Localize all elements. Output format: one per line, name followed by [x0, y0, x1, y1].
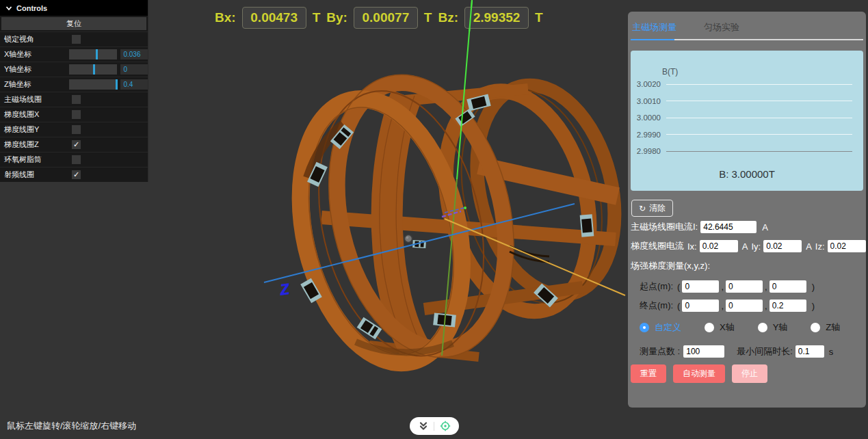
comma: ,: [721, 301, 724, 311]
bz-label: Bz:: [438, 10, 458, 25]
ix-unit: A: [742, 241, 748, 252]
reset-measure-button[interactable]: 重置: [631, 364, 666, 383]
radio-circle: [705, 323, 714, 332]
mouse-hint-text: 鼠标左键旋转/滚轮缩放/右键移动: [7, 420, 136, 432]
bx-label: Bx:: [215, 10, 236, 25]
iz-input[interactable]: [828, 240, 866, 252]
clear-button[interactable]: ↻ 清除: [631, 200, 673, 217]
iz-label: Iz:: [815, 241, 825, 252]
interval-input[interactable]: [795, 345, 824, 358]
main-current-unit: A: [762, 222, 768, 232]
rf-coil-checkbox[interactable]: ✓: [72, 170, 81, 179]
end-x-input[interactable]: [682, 300, 719, 312]
slider-marker: [96, 49, 98, 59]
main-current-row: 主磁场线圈电流I: A: [631, 221, 863, 233]
chevron-down-icon: [5, 5, 12, 12]
by-unit: T: [424, 10, 432, 25]
row-label: 梯度线圈Y: [0, 124, 69, 135]
ix-label: Ix:: [687, 241, 697, 252]
chart-y-axis-label: B(T): [662, 67, 678, 77]
z-coord-slider[interactable]: [69, 79, 117, 90]
row-label: 梯度线圈Z: [0, 139, 69, 150]
row-label: Y轴坐标: [0, 64, 66, 75]
gradient-current-row: 梯度线圈电流 Ix: A Iy: A Iz: A: [631, 240, 863, 252]
control-row-gradient-z: 梯度线圈Z ✓: [0, 137, 148, 152]
by-value-field[interactable]: [354, 7, 418, 29]
axis-radio-group: 自定义 X轴 Y轴 Z轴: [631, 321, 863, 334]
radio-z-axis[interactable]: Z轴: [811, 321, 840, 334]
control-row-gradient-x: 梯度线圈X: [0, 107, 148, 122]
bz-value-field[interactable]: [464, 7, 529, 29]
z-coord-value[interactable]: 0.4: [120, 79, 148, 90]
y-coord-slider[interactable]: [69, 64, 117, 75]
points-input[interactable]: [683, 345, 724, 358]
x-coord-slider[interactable]: [69, 49, 117, 59]
radio-label: Z轴: [826, 321, 840, 334]
gradient-y-checkbox[interactable]: [72, 125, 81, 134]
ix-input[interactable]: [700, 240, 738, 252]
tab-underline: [631, 39, 863, 40]
control-row-y-coord: Y轴坐标 0: [0, 62, 148, 77]
lock-view-checkbox[interactable]: [72, 35, 81, 44]
sampling-row: 测量点数 : 最小间隔时长: s: [631, 345, 863, 358]
coil-model: [273, 56, 684, 439]
paren-open: (: [677, 282, 680, 292]
row-label: 环氧树脂筒: [0, 155, 69, 165]
field-chart: B(T) 3.0020 3.0010 3.0000 2.9990 2.9980 …: [631, 51, 863, 191]
tab-shim-experiment[interactable]: 匀场实验: [704, 21, 739, 34]
iy-unit: A: [806, 241, 812, 252]
radio-y-axis[interactable]: Y轴: [758, 321, 788, 334]
chart-gridline: 3.0000: [631, 113, 863, 122]
start-z-input[interactable]: [770, 280, 806, 293]
gradient-x-checkbox[interactable]: [72, 110, 81, 119]
main-current-input[interactable]: [700, 221, 757, 233]
paren-open: (: [677, 301, 680, 311]
radio-label: X轴: [720, 321, 735, 334]
iy-input[interactable]: [763, 240, 802, 252]
radio-x-axis[interactable]: X轴: [705, 321, 735, 334]
epoxy-checkbox[interactable]: [72, 155, 81, 164]
radio-circle: [758, 323, 767, 332]
y-coord-value[interactable]: 0: [120, 64, 148, 75]
paren-close: ): [812, 301, 815, 311]
tab-main-field-measure[interactable]: 主磁场测量: [632, 21, 676, 34]
control-row-z-coord: Z轴坐标 0.4: [0, 77, 148, 92]
stop-button[interactable]: 停止: [732, 364, 767, 383]
bx-value-field[interactable]: [242, 7, 306, 29]
aim-target-icon[interactable]: [440, 421, 451, 431]
start-point-row: 起点(m): ( , , ): [631, 280, 863, 293]
start-x-input[interactable]: [682, 280, 719, 293]
slider-marker: [93, 64, 95, 75]
row-label: 梯度线圈X: [0, 109, 69, 120]
start-point-label: 起点(m):: [640, 280, 673, 293]
control-row-epoxy: 环氧树脂筒: [0, 152, 148, 167]
end-point-label: 终点(m):: [640, 300, 673, 312]
end-z-input[interactable]: [770, 300, 806, 312]
view-toolbar-pill: [410, 417, 459, 435]
end-y-input[interactable]: [726, 300, 763, 312]
by-label: By:: [326, 10, 347, 25]
chart-tick: 3.0010: [631, 97, 661, 105]
x-coord-value[interactable]: 0.036: [120, 49, 148, 59]
row-label: 主磁场线圈: [0, 94, 69, 105]
main-coil-checkbox[interactable]: [72, 95, 81, 104]
collapse-double-chevron-icon[interactable]: [419, 421, 428, 431]
clear-button-label: 清除: [649, 202, 666, 214]
auto-measure-button[interactable]: 自动测量: [673, 364, 725, 383]
controls-header[interactable]: Controls: [0, 0, 148, 16]
radio-circle: [811, 323, 820, 332]
start-y-input[interactable]: [726, 280, 763, 293]
radio-custom[interactable]: 自定义: [640, 321, 681, 334]
iy-label: Iy:: [751, 241, 761, 252]
tab-bar: 主磁场测量 匀场实验: [631, 21, 863, 34]
chart-tick: 2.9990: [631, 131, 661, 139]
chart-gridline: 3.0020: [631, 79, 863, 89]
comma: ,: [721, 282, 724, 292]
controls-panel: Controls 复位 锁定视角 X轴坐标 0.036 Y轴坐标 0 Z轴坐标 …: [0, 0, 148, 182]
measurement-panel: 主磁场测量 匀场实验 B(T) 3.0020 3.0010 3.0000 2.9…: [628, 12, 866, 408]
chart-gridline: 3.0010: [631, 96, 863, 106]
reset-view-button[interactable]: 复位: [1, 17, 146, 30]
gradient-z-checkbox[interactable]: ✓: [72, 140, 81, 149]
comma: ,: [765, 301, 767, 311]
comma: ,: [765, 282, 767, 292]
